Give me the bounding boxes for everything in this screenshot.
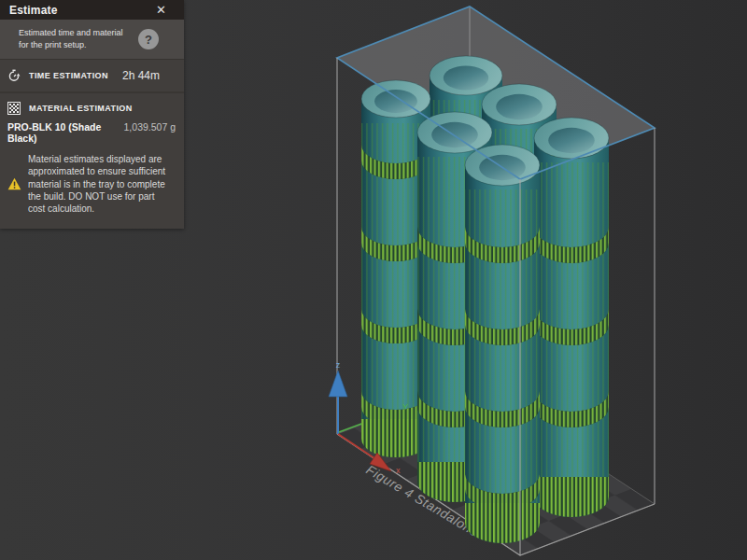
x-axis-label: x <box>396 466 401 475</box>
time-estimation-row: TIME ESTIMATION 2h 44m <box>0 60 184 92</box>
estimate-panel-header: Estimate ✕ <box>0 0 184 20</box>
estimate-panel: Estimate ✕ Estimated time and material f… <box>0 0 184 229</box>
panel-title: Estimate <box>9 4 58 17</box>
material-row: PRO-BLK 10 (Shade Black) 1,039.507 g <box>0 119 184 149</box>
time-estimation-label: TIME ESTIMATION <box>29 71 122 80</box>
stopwatch-icon <box>7 69 21 82</box>
material-name: PRO-BLK 10 (Shade Black) <box>7 121 124 144</box>
model-cylinder[interactable] <box>465 145 540 560</box>
material-estimation-label: MATERIAL ESTIMATION <box>29 104 176 113</box>
material-warning: Material estimates displayed are approxi… <box>0 149 184 228</box>
time-estimation-value: 2h 44m <box>122 69 160 82</box>
material-estimation-header: MATERIAL ESTIMATION <box>0 92 184 119</box>
material-value: 1,039.507 g <box>124 121 176 133</box>
close-icon[interactable]: ✕ <box>153 2 169 18</box>
warning-text: Material estimates displayed are approxi… <box>28 153 172 215</box>
warning-icon <box>7 177 21 190</box>
z-axis-arrow <box>329 371 347 397</box>
estimate-description: Estimated time and material for the prin… <box>19 27 129 51</box>
y-axis-label: Y <box>402 402 408 412</box>
model-cylinder[interactable] <box>534 118 609 541</box>
z-axis-label: z <box>336 360 341 370</box>
material-icon <box>7 102 21 115</box>
help-icon[interactable]: ? <box>138 29 159 49</box>
estimate-description-section: Estimated time and material for the prin… <box>0 20 184 60</box>
